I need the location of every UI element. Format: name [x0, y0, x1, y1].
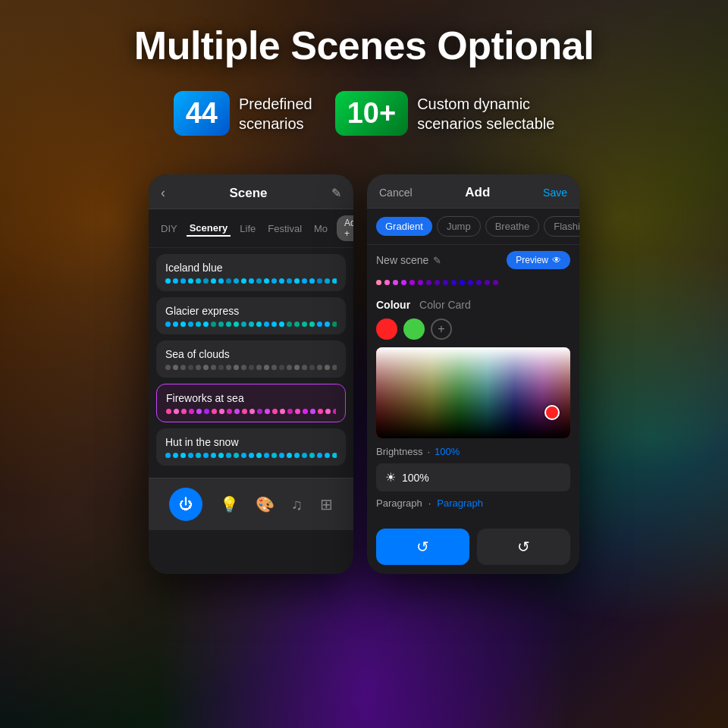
- brightness-input[interactable]: ☀ 100%: [376, 463, 570, 491]
- color-circles-row: +: [376, 318, 570, 340]
- color-dot: [294, 278, 300, 284]
- color-dot: [226, 453, 231, 458]
- preview-dots: [367, 275, 579, 293]
- save-button[interactable]: Save: [543, 187, 567, 199]
- tab-life[interactable]: Life: [237, 221, 259, 236]
- tab-bar: DIY Scenery Life Festival Mo Add +: [149, 209, 353, 248]
- color-dot: [226, 278, 231, 284]
- bulb-icon[interactable]: 💡: [220, 495, 239, 513]
- tab-scenery[interactable]: Scenery: [187, 221, 231, 237]
- mode-jump[interactable]: Jump: [437, 216, 481, 237]
- scene-item-sea-of-clouds[interactable]: Sea of clouds: [156, 340, 346, 378]
- color-dot: [295, 409, 300, 414]
- color-dot: [325, 409, 331, 414]
- music-icon[interactable]: ♫: [291, 496, 303, 513]
- tab-festival[interactable]: Festival: [265, 221, 305, 236]
- power-button[interactable]: ⏻: [169, 488, 202, 521]
- add-scene-button[interactable]: Add +: [337, 215, 353, 241]
- mode-flashing[interactable]: Flashing: [544, 216, 579, 237]
- stats-row: 44 Predefined scenarios 10+ Custom dynam…: [0, 91, 728, 136]
- color-dot: [211, 453, 216, 458]
- color-dot: [332, 322, 337, 327]
- scene-item-fireworks[interactable]: Fireworks at sea: [156, 384, 346, 422]
- color-dot: [265, 409, 270, 414]
- color-circle-green[interactable]: [403, 318, 425, 340]
- color-dot: [317, 453, 322, 458]
- tab-diy[interactable]: DIY: [158, 221, 180, 236]
- paragraph-separator: ·: [428, 497, 431, 509]
- scene-panel: ‹ Scene ✎ DIY Scenery Life Festival Mo A…: [149, 174, 353, 574]
- add-scene-panel: Cancel Add Save Gradient Jump Breathe Fl…: [367, 174, 579, 574]
- color-dot: [188, 453, 193, 458]
- color-dot: [218, 365, 224, 370]
- action-button-inactive[interactable]: ↺: [477, 529, 570, 565]
- color-dot: [279, 322, 284, 327]
- preview-button[interactable]: Preview 👁: [507, 251, 570, 269]
- add-color-button[interactable]: +: [431, 318, 452, 340]
- edit-button[interactable]: ✎: [331, 186, 341, 200]
- color-dot: [271, 453, 277, 458]
- scene-item-iceland-blue[interactable]: Iceland blue: [156, 254, 346, 291]
- brightness-label-row: Brightness · 100%: [376, 446, 570, 457]
- color-dot: [241, 322, 246, 327]
- color-dot: [188, 278, 193, 284]
- color-dot: [271, 365, 277, 370]
- color-dot: [173, 278, 178, 284]
- stat1: 44 Predefined scenarios: [174, 91, 312, 136]
- color-dot: [309, 365, 315, 370]
- color-dot: [241, 278, 246, 284]
- color-dot: [211, 278, 216, 284]
- color-dot: [211, 322, 216, 327]
- color-section: Colour Color Card + Brightness · 100%: [367, 293, 579, 522]
- color-card-label: Color Card: [419, 299, 471, 311]
- title-section: Multiple Scenes Optional: [0, 23, 728, 68]
- sun-icon: ☀: [385, 470, 396, 485]
- scene-item-glacier-express[interactable]: Glacier express: [156, 297, 346, 334]
- color-dot: [249, 322, 254, 327]
- paragraph-value[interactable]: Paragraph: [437, 497, 483, 509]
- mode-gradient[interactable]: Gradient: [376, 217, 432, 236]
- edit-scene-icon[interactable]: ✎: [433, 255, 441, 266]
- stat2: 10+ Custom dynamic scenarios selectable: [335, 91, 555, 136]
- color-black-layer: [376, 347, 570, 438]
- color-dot: [203, 365, 209, 370]
- color-dot: [317, 278, 322, 284]
- color-dot: [165, 278, 171, 284]
- panels-container: ‹ Scene ✎ DIY Scenery Life Festival Mo A…: [149, 174, 579, 574]
- scene-name: Fireworks at sea: [166, 392, 336, 404]
- color-picker[interactable]: [376, 347, 570, 438]
- color-dot: [196, 322, 201, 327]
- color-dot: [203, 278, 209, 284]
- color-dot: [204, 409, 209, 414]
- palette-icon[interactable]: 🎨: [256, 495, 275, 513]
- mode-breathe[interactable]: Breathe: [485, 216, 540, 237]
- color-dot: [264, 453, 269, 458]
- preview-dot: [410, 280, 415, 285]
- color-circle-red[interactable]: [376, 318, 397, 340]
- grid-icon[interactable]: ⊞: [320, 495, 333, 513]
- new-scene-label: New scene ✎: [376, 254, 441, 266]
- dots-row: [165, 278, 337, 284]
- color-dot: [165, 322, 171, 327]
- tab-mo[interactable]: Mo: [311, 221, 331, 236]
- brightness-input-value: 100%: [402, 472, 429, 484]
- dots-row: [165, 365, 337, 370]
- color-dot: [196, 453, 201, 458]
- preview-dot: [426, 280, 431, 285]
- color-cursor[interactable]: [544, 405, 560, 420]
- color-dot: [333, 409, 336, 414]
- color-dot: [188, 365, 193, 370]
- brightness-separator: ·: [427, 446, 430, 457]
- cancel-button[interactable]: Cancel: [379, 187, 413, 199]
- color-dot: [211, 365, 216, 370]
- color-dot: [219, 409, 224, 414]
- action-button-active[interactable]: ↺: [376, 529, 469, 565]
- color-dot: [165, 453, 171, 458]
- color-dot: [249, 453, 254, 458]
- scene-name: Glacier express: [165, 305, 337, 317]
- right-panel-header: Cancel Add Save: [367, 174, 579, 209]
- color-dot: [173, 453, 178, 458]
- scene-item-hut[interactable]: Hut in the snow: [156, 428, 346, 466]
- color-dot: [302, 365, 307, 370]
- color-dot: [256, 322, 262, 327]
